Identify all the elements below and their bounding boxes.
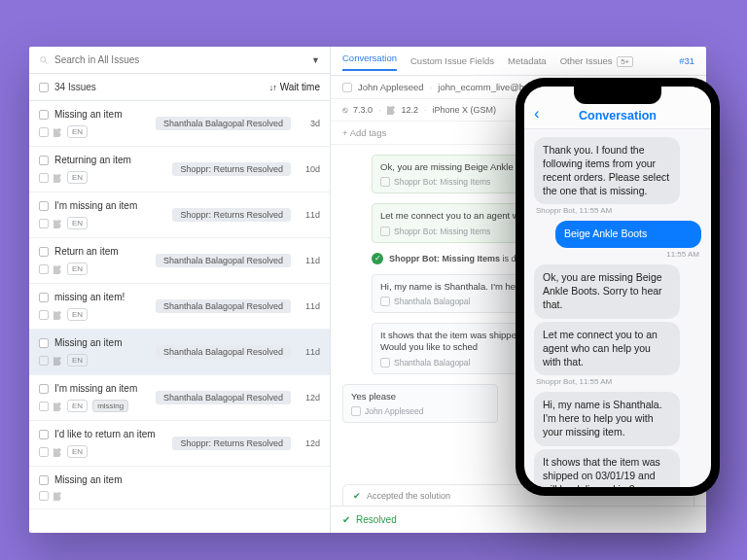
issue-age: 3d — [301, 119, 320, 128]
chevron-down-icon[interactable]: ▼ — [311, 55, 320, 65]
issue-title: Returning an item — [54, 155, 131, 165]
device-model: iPhone X (GSM) — [433, 105, 497, 115]
apple-icon — [53, 402, 62, 411]
chat-message: Thank you. I found the following items f… — [534, 137, 680, 204]
issue-row[interactable]: I'm missing an item ENmissing Shanthala … — [29, 375, 330, 421]
sort-icon: ↓↑ — [269, 83, 276, 92]
issue-checkbox[interactable] — [39, 156, 49, 165]
apple-icon — [53, 310, 62, 320]
issue-checkbox[interactable] — [39, 475, 49, 485]
avatar-icon — [380, 297, 390, 306]
apple-icon — [53, 219, 62, 228]
status-pill: Shanthala Balagopal Resolved — [156, 254, 291, 267]
tag-pill: EN — [67, 217, 88, 229]
avatar-icon — [39, 491, 49, 501]
chat-timestamp: Shoppr Bot, 11:55 AM — [536, 206, 701, 215]
avatar-icon — [39, 264, 49, 274]
sort-control[interactable]: ↓↑ Wait time — [269, 82, 320, 92]
tab-conversation[interactable]: Conversation — [342, 52, 397, 71]
chat-timestamp: Shoppr Bot, 11:55 AM — [536, 377, 701, 386]
resolved-bar: ✔ Resolved — [331, 506, 706, 533]
chat-message: Hi, my name is Shanthala. I'm here to he… — [534, 392, 680, 446]
issue-checkbox[interactable] — [39, 110, 49, 120]
tag-pill: missing — [92, 400, 128, 412]
tag-pill: EN — [67, 171, 88, 184]
issue-row[interactable]: missing an item! EN Shanthala Balagopal … — [29, 284, 330, 330]
issue-row[interactable]: I'm missing an item EN Shoppr: Returns R… — [29, 192, 330, 238]
avatar-icon — [380, 358, 390, 368]
issues-pane: ▼ 34 Issues ↓↑ Wait time Missing an item… — [29, 47, 331, 533]
search-input[interactable] — [54, 54, 305, 65]
select-all-checkbox[interactable] — [39, 83, 49, 92]
back-icon[interactable]: ‹ — [534, 104, 540, 123]
issue-title: I'm missing an item — [54, 200, 137, 211]
search-bar[interactable]: ▼ — [29, 47, 330, 74]
issue-checkbox[interactable] — [39, 430, 49, 439]
avatar-icon — [39, 310, 49, 320]
issue-title: Return an item — [54, 246, 119, 257]
apple-icon — [53, 356, 62, 366]
tab-metadata[interactable]: Metadata — [508, 55, 547, 66]
tag-pill: EN — [67, 445, 88, 458]
issue-checkbox[interactable] — [39, 201, 49, 211]
svg-line-1 — [45, 61, 48, 64]
issue-list: Missing an item EN Shanthala Balagopal R… — [29, 101, 330, 533]
avatar-icon — [351, 406, 361, 416]
tag-pill: EN — [67, 125, 88, 138]
tag-pill: EN — [67, 400, 88, 412]
chat-message-sent: Beige Ankle Boots — [555, 221, 701, 248]
status-pill: Shanthala Balagopal Resolved — [156, 345, 291, 359]
avatar-icon — [380, 177, 390, 187]
check-icon: ✔ — [342, 514, 350, 525]
issue-age: 12d — [301, 438, 320, 448]
issue-title: missing an item! — [54, 292, 124, 302]
issue-row[interactable]: Missing an item — [29, 467, 330, 509]
phone-mockup: ‹ Conversation Thank you. I found the fo… — [516, 78, 720, 496]
status-pill: Shanthala Balagopal Resolved — [156, 299, 291, 313]
tag-pill: EN — [67, 308, 88, 321]
issue-checkbox[interactable] — [39, 293, 49, 302]
phone-notch — [574, 87, 661, 104]
issue-row[interactable]: Missing an item EN Shanthala Balagopal R… — [29, 101, 330, 147]
check-icon: ✓ — [372, 253, 383, 264]
chat-message: Ok, you are missing Beige Ankle Boots. S… — [534, 264, 680, 319]
status-pill: Shanthala Balagopal Resolved — [156, 117, 291, 130]
ticket-id: #31 — [679, 55, 694, 66]
issue-age: 11d — [301, 210, 320, 220]
svg-point-0 — [41, 56, 46, 61]
phone-screen: ‹ Conversation Thank you. I found the fo… — [524, 87, 711, 487]
tab-other-issues[interactable]: Other Issues 5+ — [560, 55, 634, 66]
issue-checkbox[interactable] — [39, 247, 49, 257]
issue-row[interactable]: I'd like to return an item EN Shoppr: Re… — [29, 421, 330, 467]
issue-age: 11d — [301, 301, 320, 311]
issue-row[interactable]: Returning an item EN Shoppr: Returns Res… — [29, 147, 330, 192]
detail-tabs: Conversation Custom Issue Fields Metadat… — [331, 47, 706, 76]
issue-checkbox[interactable] — [39, 384, 49, 394]
issue-title: Missing an item — [54, 109, 122, 120]
status-pill: Shoppr: Returns Resolved — [172, 208, 291, 222]
issue-checkbox[interactable] — [39, 338, 49, 348]
issue-row[interactable]: Return an item EN Shanthala Balagopal Re… — [29, 238, 330, 284]
apple-icon — [387, 105, 396, 115]
issue-age: 10d — [301, 164, 320, 174]
issue-row[interactable]: Missing an item EN Shanthala Balagopal R… — [29, 330, 330, 375]
tab-custom-fields[interactable]: Custom Issue Fields — [410, 55, 494, 66]
apple-icon — [53, 491, 62, 501]
avatar-icon — [39, 402, 49, 411]
issue-count: 34 Issues — [54, 82, 96, 92]
issue-age: 12d — [301, 393, 320, 402]
apple-icon — [53, 447, 62, 457]
sort-label: Wait time — [280, 82, 320, 92]
issue-title: I'd like to return an item — [54, 429, 156, 439]
customer-name: John Appleseed — [358, 82, 424, 92]
avatar-icon — [39, 356, 49, 366]
apple-icon — [53, 173, 62, 183]
issue-title: I'm missing an item — [54, 383, 137, 394]
issue-count-row: 34 Issues ↓↑ Wait time — [29, 74, 330, 101]
apple-icon — [53, 264, 62, 274]
avatar-icon — [39, 447, 49, 457]
phone-title: Conversation — [579, 109, 657, 122]
status-pill: Shoppr: Returns Resolved — [172, 437, 291, 450]
apple-icon — [53, 127, 62, 137]
status-pill: Shoppr: Returns Resolved — [172, 162, 291, 176]
